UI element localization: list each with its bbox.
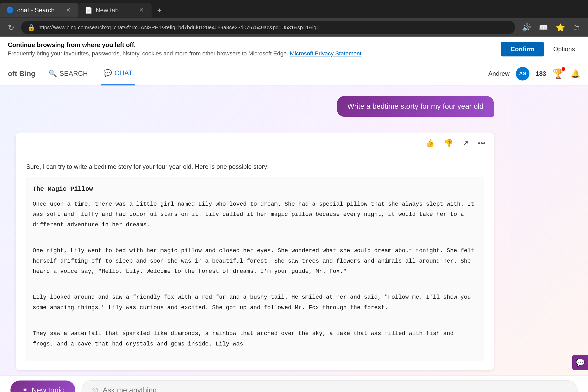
new-topic-label: New topic (32, 386, 64, 392)
favorites-icon[interactable]: ⭐ (553, 22, 568, 33)
browser-chrome: 🔵 chat - Search ✕ 📄 New tab ✕ ＋ ↻ 🔒 http… (0, 0, 588, 37)
address-bar-row: ↻ 🔒 https://www.bing.com/search?q=chat&f… (0, 18, 588, 37)
collections-icon[interactable]: 🗂 (570, 22, 583, 33)
tab2-close[interactable]: ✕ (137, 6, 145, 15)
nav-search[interactable]: 🔍 SEARCH (46, 62, 90, 85)
more-options-button[interactable]: ••• (476, 137, 488, 149)
address-bar[interactable]: 🔒 https://www.bing.com/search?q=chat&for… (21, 21, 515, 34)
story-para-3: Lily looked around and saw a friendly fo… (33, 292, 477, 313)
tab1-title: chat - Search (17, 7, 61, 14)
privacy-link[interactable]: Microsoft Privacy Statement (290, 50, 361, 57)
ai-response-area: 👍 👎 ↗ ••• Sure, I can try to write a bed… (16, 132, 494, 370)
search-input[interactable] (103, 386, 568, 392)
trophy-icon-container[interactable]: 🏆 (552, 68, 564, 79)
share-button[interactable]: ↗ (460, 137, 471, 149)
search-nav-icon: 🔍 (49, 70, 57, 78)
immersive-reader-icon[interactable]: 📖 (536, 22, 551, 33)
search-label: SEARCH (60, 70, 88, 78)
user-name: Andrew (488, 70, 510, 77)
bottom-bar: ✦ New topic ◎ (0, 376, 588, 392)
ai-response-text: Sure, I can try to write a bedtime story… (16, 154, 494, 370)
read-aloud-icon[interactable]: 🔊 (519, 22, 534, 33)
story-para-1: Once upon a time, there was a little gir… (33, 199, 477, 230)
bing-nav-right: Andrew AS 183 🏆 🔔 (488, 67, 580, 80)
confirm-button[interactable]: Confirm (501, 42, 544, 56)
search-circle-icon: ◎ (91, 385, 99, 392)
search-input-area[interactable]: ◎ (82, 380, 578, 392)
thumbs-down-button[interactable]: 👎 (442, 137, 455, 149)
chat-nav-icon: 💬 (103, 69, 112, 77)
floating-chat-button[interactable]: 💬 (572, 355, 588, 370)
url-text: https://www.bing.com/search?q=chat&form=… (38, 25, 509, 31)
nav-chat[interactable]: 💬 CHAT (101, 62, 135, 85)
bing-nav: oft Bing 🔍 SEARCH 💬 CHAT Andrew AS 183 🏆… (0, 62, 588, 85)
tab2-favicon: 📄 (85, 7, 93, 14)
bell-icon[interactable]: 🔔 (570, 69, 580, 78)
notif-body: Frequently bring your favourites, passwo… (8, 50, 361, 57)
right-panel: 💬 (510, 85, 588, 376)
story-title: The Magic Pillow (33, 183, 477, 195)
tab-1[interactable]: 🔵 chat - Search ✕ (0, 3, 78, 18)
tab-bar: 🔵 chat - Search ✕ 📄 New tab ✕ ＋ (0, 0, 588, 18)
points-badge: 183 (536, 70, 546, 77)
notif-heading: Continue browsing from where you left of… (8, 41, 361, 49)
trophy-notification-dot (562, 67, 565, 71)
tab1-close[interactable]: ✕ (64, 6, 72, 15)
tab1-favicon: 🔵 (6, 7, 14, 14)
story-para-2: One night, Lily went to bed with her mag… (33, 246, 477, 277)
lock-icon: 🔒 (27, 24, 35, 31)
ai-intro-text: Sure, I can try to write a bedtime story… (26, 162, 483, 172)
main-content: Write a bedtime storty for my four year … (0, 85, 588, 376)
toolbar-icons: 🔊 📖 ⭐ 🗂 (519, 22, 583, 33)
chat-area: Write a bedtime storty for my four year … (0, 85, 510, 376)
tab2-title: New tab (96, 7, 134, 14)
notification-text: Continue browsing from where you left of… (8, 41, 361, 57)
user-avatar[interactable]: AS (516, 67, 529, 80)
user-message: Write a bedtime storty for my four year … (337, 96, 494, 117)
ai-toolbar: 👍 👎 ↗ ••• (16, 132, 494, 154)
notif-actions: Confirm Options (501, 42, 580, 56)
tab-2[interactable]: 📄 New tab ✕ (78, 3, 152, 18)
story-para-4: They saw a waterfall that sparkled like … (33, 328, 477, 349)
refresh-button[interactable]: ↻ (5, 21, 17, 34)
thumbs-up-button[interactable]: 👍 (423, 137, 437, 149)
options-button[interactable]: Options (548, 42, 580, 56)
new-tab-button[interactable]: ＋ (152, 3, 167, 17)
sparkle-icon: ✦ (22, 386, 28, 392)
bing-logo: oft Bing (8, 70, 36, 78)
story-block: The Magic Pillow Once upon a time, there… (26, 177, 483, 361)
notification-bar: Continue browsing from where you left of… (0, 37, 588, 62)
chat-label: CHAT (114, 69, 132, 77)
new-topic-button[interactable]: ✦ New topic (10, 381, 75, 392)
